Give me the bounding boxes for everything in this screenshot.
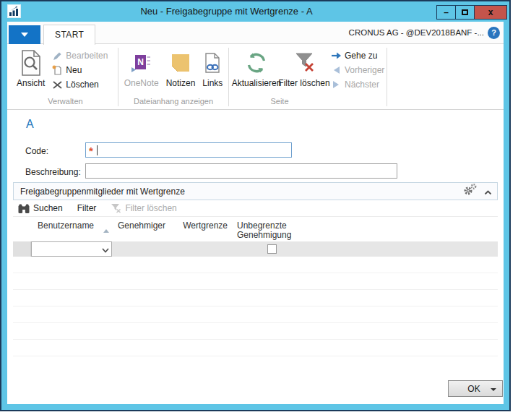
close-icon: x [488,7,493,17]
onenote-button: N OneNote [121,47,163,88]
aktualisieren-button[interactable]: Aktualisieren [229,47,284,88]
gehe-zu-button[interactable]: Gehe zu [327,48,387,63]
ansicht-button[interactable]: Ansicht [13,47,48,88]
chevron-down-icon [21,33,28,37]
title-bar[interactable]: Neu - Freigabegruppe mit Wertgrenze - A … [1,1,509,22]
beschreibung-field-label: Beschreibung: [25,167,81,177]
benutzername-cell-input[interactable] [31,241,112,257]
column-header-genehmiger[interactable]: Genehmiger [112,221,181,241]
row-selector-header [13,221,31,241]
customize-gears-icon[interactable] [463,184,477,199]
link-document-icon [204,48,221,78]
required-asterisk-icon: * [89,146,93,156]
window-title: Neu - Freigabegruppe mit Wertgrenze - A [30,1,423,22]
svg-text:N: N [137,57,144,67]
notizen-button[interactable]: Notizen [163,47,199,88]
view-document-icon [20,48,42,78]
empty-grid-row [13,290,498,307]
company-indicator: CRONUS AG - @DEV2018BANF -... [349,22,484,44]
application-menu-button[interactable] [9,25,40,44]
ribbon: Ansicht Bearbeiten [7,44,504,110]
empty-grid-row [13,340,498,356]
group-label-verwalten: Verwalten [13,96,118,109]
minimize-icon: – [444,7,449,17]
new-page-icon [51,65,63,75]
wertgrenze-cell [181,241,231,257]
group-label-dateianhang: Dateianhang anzeigen [118,96,228,109]
tab-start[interactable]: START [43,25,95,45]
column-header-benutzername[interactable]: Benutzername [31,221,112,241]
subform-header[interactable]: Freigabegruppenmitglieder mit Wertgrenze [13,182,498,200]
subform-title: Freigabegruppenmitglieder mit Wertgrenze [20,187,463,197]
column-header-wertgrenze[interactable]: Wertgrenze [181,221,231,241]
delete-x-icon [51,80,63,90]
links-button[interactable]: Links [199,47,226,88]
column-header-unbegrenzte-genehmigung[interactable]: Unbegrenzte Genehmigung [231,221,312,241]
sticky-note-icon [171,48,190,78]
onenote-icon: N [131,48,152,78]
row-selector[interactable] [13,241,31,257]
next-arrow-icon [330,80,342,89]
text-caret [97,145,98,155]
help-icon[interactable]: ? [488,27,500,39]
code-input[interactable]: * [85,142,292,158]
filter-button[interactable]: Filter [77,203,97,213]
bearbeiten-button: Bearbeiten [48,48,111,63]
suchen-button[interactable]: Suchen [18,203,63,213]
unbegrenzte-genehmigung-cell [231,241,312,257]
window-content: START CRONUS AG - @DEV2018BANF -... ? [7,22,504,404]
collapse-chevron-icon[interactable] [484,185,492,198]
clear-filter-icon [294,48,314,78]
code-field-label: Code: [25,146,48,156]
ribbon-tab-bar: START CRONUS AG - @DEV2018BANF -... ? [7,22,504,44]
empty-grid-row [13,273,498,290]
genehmiger-cell [112,241,181,257]
minimize-button[interactable]: – [436,5,456,20]
ok-dropdown-icon[interactable] [491,388,496,391]
neu-button[interactable]: Neu [48,63,111,77]
subform-filter-loeschen-button: Filter löschen [111,203,176,213]
ribbon-group-dateianhang: N OneNote [118,44,228,109]
clear-filter-gray-icon [111,203,121,213]
maximize-button[interactable] [455,5,475,20]
binoculars-icon [18,204,30,213]
pencil-icon [51,51,63,61]
dynamics-nav-app-icon [7,4,21,18]
cell-dropdown-chevron-icon[interactable] [102,243,109,256]
grid-column-headers: Benutzername Genehmiger Wertgrenze Unbeg… [13,217,498,241]
ribbon-group-verwalten: Ansicht Bearbeiten [7,44,118,109]
goto-arrow-icon [330,51,342,60]
empty-grid-row [13,323,498,340]
ribbon-group-seite: Aktualisieren Filter löschen [229,44,387,109]
window-controls: – x [437,5,507,20]
empty-grid-row [13,257,498,273]
subform-toolbar: Suchen Filter Filter löschen [13,200,498,217]
previous-arrow-icon [330,66,342,74]
page-title: A [26,118,34,131]
unbegrenzte-genehmigung-checkbox[interactable] [267,244,277,254]
desktop-background: Neu - Freigabegruppe mit Wertgrenze - A … [0,0,518,420]
ok-button-label: OK [467,384,480,394]
filter-loeschen-button[interactable]: Filter löschen [284,47,324,88]
subform-freigabegruppenmitglieder: Freigabegruppenmitglieder mit Wertgrenze [13,182,498,356]
beschreibung-input[interactable] [85,163,397,179]
row-filler [312,241,498,257]
naechster-button: Nächster [327,77,387,92]
refresh-icon [246,48,267,78]
group-label-seite: Seite [229,96,330,109]
ok-button[interactable]: OK [448,380,503,397]
loeschen-button[interactable]: Löschen [48,77,111,92]
empty-grid-row [13,307,498,323]
maximize-icon [462,9,468,15]
close-button[interactable]: x [474,5,507,20]
ribbon-separator [387,48,387,106]
nav-window: Neu - Freigabegruppe mit Wertgrenze - A … [0,0,511,411]
vorheriger-button: Vorheriger [327,63,387,77]
sort-ascending-icon [103,226,109,235]
table-row [13,241,498,257]
